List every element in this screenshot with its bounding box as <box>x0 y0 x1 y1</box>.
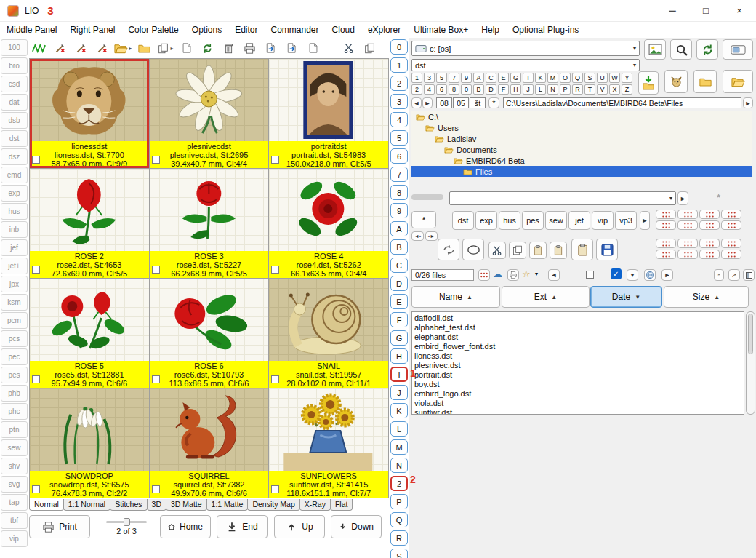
index-key[interactable]: N <box>390 458 408 473</box>
extension-combo[interactable]: dst ▾ <box>411 59 640 71</box>
format-filter-button[interactable]: dsz <box>1 148 28 165</box>
format-filter-button[interactable]: tap <box>1 494 28 511</box>
copy-files-button[interactable] <box>509 242 526 259</box>
format-filter-button[interactable]: dat <box>1 94 28 111</box>
external-window-button[interactable]: ↗ <box>728 269 740 281</box>
index-key[interactable]: A <box>390 221 408 236</box>
stitches-button[interactable] <box>29 39 49 57</box>
layout-grid-button[interactable] <box>478 269 490 281</box>
index-key[interactable]: E <box>390 294 408 309</box>
thumbnail-rose3[interactable]: ROSE 3 rose3.dst, St:5227 66.2x68.9 mm, … <box>150 169 270 279</box>
format-filter-button[interactable]: exp <box>1 185 28 202</box>
sort-date-button[interactable]: Date ▼ <box>590 286 662 308</box>
page-slider-thumb[interactable] <box>124 518 130 526</box>
design-checkbox[interactable] <box>152 375 160 383</box>
down-button[interactable]: Down <box>331 515 382 538</box>
design-checkbox[interactable] <box>152 156 160 164</box>
format-filter-button[interactable]: hus <box>1 203 28 220</box>
index-key[interactable]: 2 <box>390 76 408 91</box>
file-row[interactable]: lioness.dst <box>414 351 744 361</box>
index-key[interactable]: L <box>390 421 408 437</box>
index-key[interactable]: 4 <box>390 112 408 127</box>
char-filter-key[interactable]: 4 <box>424 84 435 95</box>
nudge-right-button[interactable]: ▪► <box>425 231 438 241</box>
end-button[interactable]: End <box>217 515 268 538</box>
file-row[interactable]: embird_logo.dst <box>414 389 744 399</box>
index-key[interactable]: 2 <box>390 476 408 491</box>
chevron-down-icon[interactable]: ▾ <box>535 271 538 277</box>
cut-button[interactable] <box>339 39 358 57</box>
thumbnail-rose5[interactable]: ROSE 5 rose5.dst, St:12881 95.7x94.9 mm,… <box>30 279 150 388</box>
refresh-list-button[interactable] <box>696 39 718 60</box>
sew-tool-button-2[interactable] <box>71 39 91 57</box>
menu-item[interactable]: Options <box>185 25 228 35</box>
view-mode-tab[interactable]: Normal <box>29 499 64 511</box>
star-icon[interactable]: ☆ <box>522 268 531 279</box>
index-key[interactable]: 6 <box>390 148 408 164</box>
char-filter-key[interactable]: G <box>510 73 521 83</box>
char-filter-key[interactable]: A <box>473 73 484 83</box>
menu-item[interactable]: Help <box>475 25 506 35</box>
char-filter-key[interactable]: 2 <box>411 84 422 95</box>
hoop-layout-button[interactable] <box>677 250 698 259</box>
format-filter-button[interactable]: dsb <box>1 112 28 129</box>
file-row[interactable]: viola.dst <box>414 399 744 408</box>
thumbnail-squirrel[interactable]: SQUIRREL squirrel.dst, St:7382 49.9x70.6… <box>150 388 270 498</box>
thumbnail-rose6[interactable]: ROSE 6 rose6.dst, St:10793 113.6x86.5 mm… <box>150 279 270 388</box>
minimize-button[interactable]: ─ <box>656 0 689 21</box>
hoop-layout-button[interactable] <box>656 239 676 248</box>
design-checkbox[interactable] <box>271 375 279 383</box>
date-field-1[interactable]: 08 <box>436 97 452 108</box>
index-key[interactable]: P <box>390 494 408 509</box>
format-filter-button[interactable]: phb <box>1 385 28 402</box>
format-filter-button[interactable]: phc <box>1 403 28 420</box>
view-mode-tab[interactable]: Stitches <box>110 499 147 511</box>
format-button[interactable]: jef <box>568 211 590 230</box>
format-filter-button[interactable]: dst <box>1 130 28 147</box>
char-filter-key[interactable]: M <box>547 73 558 83</box>
filter-combo[interactable]: ▾ <box>449 191 676 205</box>
menu-item[interactable]: Optional Plug-ins <box>506 25 585 35</box>
format-filter-button[interactable]: emd <box>1 167 28 183</box>
format-filter-button[interactable]: vip <box>1 530 28 547</box>
hoop-layout-button[interactable] <box>677 210 698 219</box>
nav-forward-button[interactable]: ► <box>422 97 433 108</box>
filter-go-button[interactable]: ► <box>677 191 688 205</box>
print-list-button[interactable] <box>507 269 519 281</box>
hoop-layout-button[interactable] <box>677 239 698 248</box>
format-button[interactable]: hus <box>499 211 520 230</box>
file-list-scrollbar[interactable] <box>746 311 755 415</box>
char-filter-key[interactable]: 7 <box>449 73 459 83</box>
format-filter-button[interactable]: jef <box>1 239 28 256</box>
menu-item[interactable]: Cloud <box>326 25 361 35</box>
view-mode-tab[interactable]: 1:1 Matte <box>206 499 249 511</box>
blank-view-button[interactable]: ▫ <box>714 269 724 281</box>
index-key[interactable]: F <box>390 312 408 327</box>
char-filter-key[interactable]: K <box>535 73 546 83</box>
wildcard-button[interactable]: * <box>488 97 499 108</box>
file-row[interactable]: portrait.dst <box>414 370 744 380</box>
hoop-layout-button[interactable] <box>699 210 720 219</box>
char-filter-key[interactable]: I <box>523 73 534 83</box>
path-go-button[interactable]: ► <box>743 97 753 108</box>
index-key[interactable]: I <box>390 367 408 382</box>
date-field-2[interactable]: 05 <box>453 97 469 108</box>
wizard-button[interactable] <box>664 70 688 93</box>
index-key[interactable]: K <box>390 403 408 418</box>
menu-item[interactable]: Ultimate Box+ <box>407 25 475 35</box>
format-filter-button[interactable]: tbf <box>1 512 28 529</box>
simulator-button[interactable] <box>438 239 459 260</box>
char-filter-key[interactable]: O <box>560 73 571 83</box>
index-key[interactable]: 0 <box>390 39 408 55</box>
hoop-layout-button[interactable] <box>656 250 676 259</box>
format-filter-button[interactable]: ksm <box>1 294 28 311</box>
view-mode-tab[interactable]: Density Map <box>247 499 299 511</box>
thumbnail-snail[interactable]: SNAIL snail.dst, St:19957 28.0x102.0 mm,… <box>269 279 389 388</box>
index-key[interactable]: 1 <box>390 57 408 73</box>
format-button[interactable]: vp3 <box>615 211 637 230</box>
char-filter-key[interactable]: D <box>486 84 496 95</box>
format-button[interactable]: dst <box>452 211 474 230</box>
format-filter-button[interactable]: ptn <box>1 421 28 438</box>
index-key[interactable]: M <box>390 439 408 455</box>
design-checkbox[interactable] <box>271 266 279 274</box>
